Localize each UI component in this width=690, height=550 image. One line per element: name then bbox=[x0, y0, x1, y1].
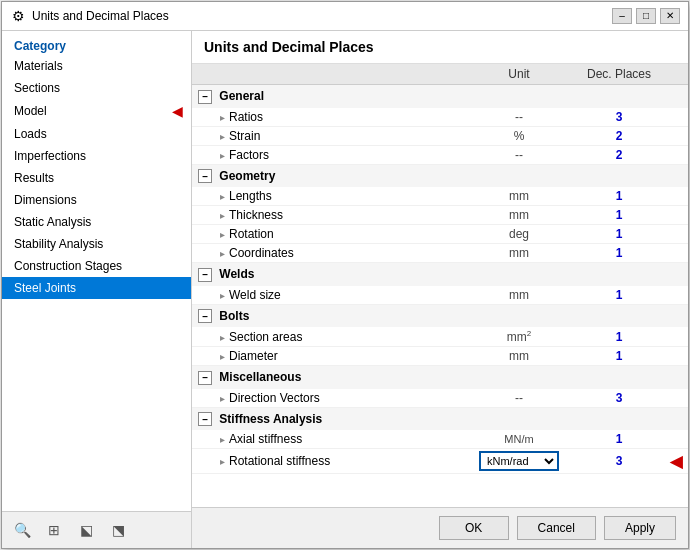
window-controls: – □ ✕ bbox=[612, 8, 680, 24]
section-toggle[interactable]: – bbox=[198, 169, 212, 183]
table-row: ▸Weld sizemm1 bbox=[192, 286, 688, 305]
sidebar-item-results[interactable]: Results bbox=[2, 167, 191, 189]
main-panel-title: Units and Decimal Places bbox=[192, 31, 688, 64]
col-header-extra bbox=[664, 64, 688, 85]
sidebar-items: MaterialsSectionsModel◀LoadsImperfection… bbox=[2, 55, 191, 299]
col-header-dec: Dec. Places bbox=[574, 64, 664, 85]
col-header-name bbox=[192, 64, 464, 85]
row-indent-icon: ▸ bbox=[220, 332, 225, 343]
grid-icon[interactable]: ⊞ bbox=[42, 518, 66, 542]
table-row: ▸Thicknessmm1 bbox=[192, 206, 688, 225]
dec-places-value: 1 bbox=[574, 206, 664, 225]
copy-in-icon[interactable]: ⬕ bbox=[74, 518, 98, 542]
row-indent-icon: ▸ bbox=[220, 290, 225, 301]
col-header-unit: Unit bbox=[464, 64, 574, 85]
section-row: – Bolts bbox=[192, 304, 688, 327]
table-row: ▸Factors--2 bbox=[192, 145, 688, 164]
table-row: ▸Rotational stiffnesskNm/rad3◀ bbox=[192, 449, 688, 474]
title-bar: ⚙ Units and Decimal Places – □ ✕ bbox=[2, 2, 688, 31]
sidebar-category-label: Category bbox=[2, 35, 191, 55]
table-row: ▸Section areasmm21 bbox=[192, 327, 688, 347]
section-row: – Geometry bbox=[192, 164, 688, 187]
dec-places-value: 1 bbox=[574, 187, 664, 206]
section-toggle[interactable]: – bbox=[198, 90, 212, 104]
sidebar-item-dimensions[interactable]: Dimensions bbox=[2, 189, 191, 211]
section-toggle[interactable]: – bbox=[198, 268, 212, 282]
dec-places-value: 3 bbox=[574, 389, 664, 408]
sidebar-item-steel-joints[interactable]: Steel Joints bbox=[2, 277, 191, 299]
table-body: – General▸Ratios--3▸Strain%2▸Factors--2–… bbox=[192, 85, 688, 474]
sidebar-item-stability-analysis[interactable]: Stability Analysis bbox=[2, 233, 191, 255]
sidebar-item-model[interactable]: Model◀ bbox=[2, 99, 191, 123]
table-area: Unit Dec. Places – General▸Ratios--3▸Str… bbox=[192, 64, 688, 507]
section-toggle[interactable]: – bbox=[198, 371, 212, 385]
dec-places-value: 2 bbox=[574, 145, 664, 164]
dec-places-value: 3 bbox=[574, 449, 664, 474]
window-icon: ⚙ bbox=[10, 8, 26, 24]
dec-places-value: 3 bbox=[574, 108, 664, 127]
sidebar: Category MaterialsSectionsModel◀LoadsImp… bbox=[2, 31, 192, 548]
row-indent-icon: ▸ bbox=[220, 150, 225, 161]
sidebar-list: Category MaterialsSectionsModel◀LoadsImp… bbox=[2, 31, 191, 511]
dec-places-value: 1 bbox=[574, 430, 664, 449]
row-indent-icon: ▸ bbox=[220, 131, 225, 142]
minimize-button[interactable]: – bbox=[612, 8, 632, 24]
cancel-button[interactable]: Cancel bbox=[517, 516, 596, 540]
row-indent-icon: ▸ bbox=[220, 229, 225, 240]
sidebar-item-construction-stages[interactable]: Construction Stages bbox=[2, 255, 191, 277]
dec-places-value: 1 bbox=[574, 347, 664, 366]
table-row: ▸Axial stiffnessMN/m1 bbox=[192, 430, 688, 449]
table-row: ▸Rotationdeg1 bbox=[192, 225, 688, 244]
sidebar-item-materials[interactable]: Materials bbox=[2, 55, 191, 77]
sidebar-item-imperfections[interactable]: Imperfections bbox=[2, 145, 191, 167]
footer-bar: OK Cancel Apply bbox=[192, 507, 688, 548]
section-row: – Stiffness Analysis bbox=[192, 407, 688, 430]
apply-button[interactable]: Apply bbox=[604, 516, 676, 540]
table-row: ▸Direction Vectors--3 bbox=[192, 389, 688, 408]
section-row: – Welds bbox=[192, 263, 688, 286]
units-table: Unit Dec. Places – General▸Ratios--3▸Str… bbox=[192, 64, 688, 474]
dec-places-value: 1 bbox=[574, 286, 664, 305]
section-toggle[interactable]: – bbox=[198, 412, 212, 426]
main-window: ⚙ Units and Decimal Places – □ ✕ Categor… bbox=[1, 1, 689, 549]
window-title: Units and Decimal Places bbox=[32, 9, 612, 23]
unit-value: MN/m bbox=[504, 433, 533, 445]
close-button[interactable]: ✕ bbox=[660, 8, 680, 24]
dec-places-value: 1 bbox=[574, 244, 664, 263]
dec-places-value: 2 bbox=[574, 126, 664, 145]
section-row: – Miscellaneous bbox=[192, 366, 688, 389]
table-row: ▸Ratios--3 bbox=[192, 108, 688, 127]
unit-dropdown-rotational-stiffness[interactable]: kNm/rad bbox=[479, 451, 559, 471]
sidebar-item-static-analysis[interactable]: Static Analysis bbox=[2, 211, 191, 233]
section-toggle[interactable]: – bbox=[198, 309, 212, 323]
ok-button[interactable]: OK bbox=[439, 516, 509, 540]
row-indent-icon: ▸ bbox=[220, 248, 225, 259]
sidebar-footer: 🔍 ⊞ ⬕ ⬔ bbox=[2, 511, 191, 548]
red-arrow-icon: ◀ bbox=[670, 453, 682, 470]
row-indent-icon: ▸ bbox=[220, 393, 225, 404]
row-indent-icon: ▸ bbox=[220, 112, 225, 123]
row-indent-icon: ▸ bbox=[220, 456, 225, 467]
row-indent-icon: ▸ bbox=[220, 191, 225, 202]
search-icon[interactable]: 🔍 bbox=[10, 518, 34, 542]
sidebar-arrow-icon: ◀ bbox=[172, 103, 183, 119]
sidebar-item-sections[interactable]: Sections bbox=[2, 77, 191, 99]
table-row: ▸Lengthsmm1 bbox=[192, 187, 688, 206]
row-indent-icon: ▸ bbox=[220, 351, 225, 362]
maximize-button[interactable]: □ bbox=[636, 8, 656, 24]
sidebar-item-loads[interactable]: Loads bbox=[2, 123, 191, 145]
dec-places-value: 1 bbox=[574, 327, 664, 347]
table-row: ▸Diametermm1 bbox=[192, 347, 688, 366]
row-indent-icon: ▸ bbox=[220, 434, 225, 445]
copy-out-icon[interactable]: ⬔ bbox=[106, 518, 130, 542]
table-row: ▸Strain%2 bbox=[192, 126, 688, 145]
dec-places-value: 1 bbox=[574, 225, 664, 244]
section-row: – General bbox=[192, 85, 688, 108]
table-row: ▸Coordinatesmm1 bbox=[192, 244, 688, 263]
content-area: Category MaterialsSectionsModel◀LoadsImp… bbox=[2, 31, 688, 548]
main-panel: Units and Decimal Places Unit Dec. Place… bbox=[192, 31, 688, 548]
row-indent-icon: ▸ bbox=[220, 210, 225, 221]
